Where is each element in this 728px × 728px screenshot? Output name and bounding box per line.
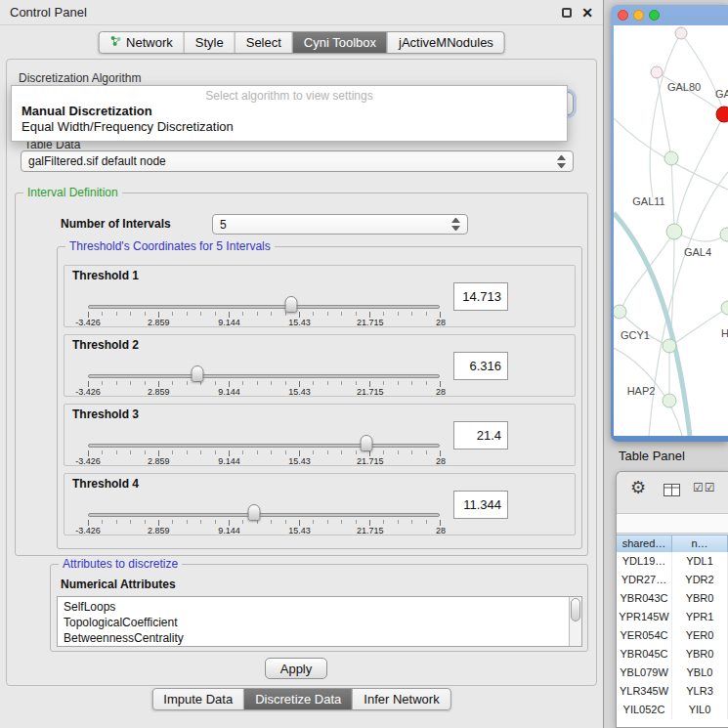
table-row[interactable]: YER054CYER0 <box>617 626 728 645</box>
thresholds-group-title: Threshold's Coordinates for 5 Intervals <box>65 239 275 253</box>
network-node-gcy1[interactable] <box>614 305 626 319</box>
columns-icon[interactable] <box>664 483 680 500</box>
checkbox-icon[interactable]: ☑ <box>705 481 716 494</box>
dropdown-option-manual-discretization[interactable]: Manual Discretization <box>12 104 567 119</box>
numerical-attributes-list[interactable]: SelfLoops TopologicalCoefficient Between… <box>57 596 582 647</box>
number-of-intervals-select[interactable]: 5 <box>212 214 468 235</box>
table-data-select[interactable]: galFiltered.sif default node <box>21 150 574 172</box>
slider-scale-label: 2.859 <box>148 526 170 535</box>
table-row[interactable]: YPR145WYPR1 <box>617 608 728 626</box>
threshold-3-value-field[interactable]: 21.4 <box>453 421 508 450</box>
slider-scale-label: 2.859 <box>148 387 170 397</box>
gear-icon[interactable]: ⚙ <box>630 479 646 496</box>
network-node[interactable] <box>720 228 728 241</box>
network-node-gal80[interactable] <box>651 66 663 78</box>
table-row[interactable]: YBR043CYBR0 <box>617 589 728 608</box>
zoom-traffic-light-icon[interactable] <box>649 10 660 21</box>
slider-scale: -3.4262.8599.14415.4321.71528 <box>88 497 441 535</box>
threshold-2-value-field[interactable]: 6.316 <box>453 352 508 380</box>
table-row[interactable]: YLR345WYLR3 <box>617 682 728 701</box>
dropdown-option-equal-width-frequency[interactable]: Equal Width/Frequency Discretization <box>12 119 567 135</box>
slider-scale-label: -3.426 <box>75 456 101 466</box>
tab-label: Discretize Data <box>255 692 341 707</box>
cyni-toolbox-panel: Discretization Algorithm Select algorith… <box>6 59 597 686</box>
table-row[interactable]: YBR045CYBR0 <box>617 645 728 664</box>
table-row[interactable]: YDL19…YDL1 <box>617 552 728 571</box>
slider-scale-label: 15.43 <box>288 318 311 327</box>
table-rows: YDL19…YDL1YDR27…YDR2YBR043CYBR0YPR145WYP… <box>617 552 728 727</box>
node-label-partial: GA <box>715 88 728 100</box>
slider-scale-label: 21.715 <box>357 387 384 397</box>
threshold-3-slider-thumb[interactable] <box>361 435 373 451</box>
close-traffic-light-icon[interactable] <box>618 10 628 21</box>
scrollbar-thumb[interactable] <box>571 598 580 621</box>
network-node[interactable] <box>675 27 687 39</box>
network-node-gal11[interactable] <box>664 151 678 165</box>
window-controls: ✕ <box>562 6 593 20</box>
network-node-hap2[interactable] <box>663 394 676 407</box>
tab-infer-network[interactable]: Infer Network <box>353 689 450 709</box>
network-node[interactable] <box>663 339 676 353</box>
close-icon[interactable]: ✕ <box>581 6 593 20</box>
threshold-1-value-field[interactable]: 14.713 <box>453 282 508 311</box>
tab-select[interactable]: Select <box>236 32 293 53</box>
node-label-gcy1: GCY1 <box>621 329 650 341</box>
slider-scale-label: 28 <box>436 387 446 397</box>
slider-scale-label: 15.43 <box>288 526 311 535</box>
threshold-1-slider-thumb[interactable] <box>285 296 298 313</box>
network-node[interactable] <box>721 301 728 315</box>
minimize-traffic-light-icon[interactable] <box>633 10 644 21</box>
threshold-4-value-field[interactable]: 11.344 <box>453 491 508 519</box>
list-item-betweennesscentrality[interactable]: BetweennessCentrality <box>58 630 581 646</box>
slider-scale-label: 9.144 <box>218 318 240 327</box>
network-canvas[interactable]: GAL80 GA GAL11 GAL4 GCY1 H HAP2 <box>614 25 728 436</box>
network-window-titlebar <box>611 5 728 25</box>
table-row[interactable]: YBL079WYBL0 <box>617 664 728 682</box>
checkbox-icon[interactable]: ☑ <box>693 481 705 494</box>
table-row[interactable]: YIL052CYIL0 <box>617 701 728 719</box>
threshold-3-slider[interactable]: -3.4262.8599.14415.4321.71528 <box>88 428 441 465</box>
list-item-topologicalcoefficient[interactable]: TopologicalCoefficient <box>58 615 581 630</box>
table-cell: YBR043C <box>617 589 672 608</box>
threshold-4-panel: Threshold 4 -3.4262.8599.14415.4321.7152… <box>64 473 576 535</box>
table-cell: YDR27… <box>617 571 672 589</box>
threshold-4-slider[interactable]: -3.4262.8599.14415.4321.71528 <box>88 497 441 535</box>
algorithm-dropdown-popup: Select algorithm to view settings Manual… <box>11 85 568 142</box>
slider-scale-label: -3.426 <box>75 387 101 397</box>
checkbox-filter-icons[interactable]: ☑☑ <box>693 481 716 494</box>
tab-impute-data[interactable]: Impute Data <box>152 689 244 709</box>
window-title: Control Panel <box>10 5 87 20</box>
table-cell: YBL0 <box>672 664 728 682</box>
threshold-2-slider-thumb[interactable] <box>191 365 203 382</box>
discretization-algorithm-label: Discretization Algorithm <box>19 71 141 85</box>
apply-button[interactable]: Apply <box>265 658 327 679</box>
bottom-tab-bar: Impute Data Discretize Data Infer Networ… <box>151 688 450 710</box>
tab-discretize-data[interactable]: Discretize Data <box>244 689 353 709</box>
slider-scale-label: 28 <box>436 456 446 466</box>
threshold-4-slider-thumb[interactable] <box>247 504 260 521</box>
list-item-selfloops[interactable]: SelfLoops <box>58 599 581 615</box>
network-node-gal4[interactable] <box>666 224 682 239</box>
slider-scale-label: 9.144 <box>218 387 240 397</box>
tab-label: Network <box>126 35 173 50</box>
network-graph: GAL80 GA GAL11 GAL4 GCY1 H HAP2 <box>614 25 728 436</box>
tab-style[interactable]: Style <box>185 32 236 53</box>
tab-jactivemnodules[interactable]: jActiveMNodules <box>388 32 504 53</box>
tab-network[interactable]: Network <box>99 32 185 53</box>
threshold-2-slider[interactable]: -3.4262.8599.14415.4321.71528 <box>88 359 441 396</box>
table-cell: YER054C <box>617 626 672 645</box>
tab-cyni-toolbox[interactable]: Cyni Toolbox <box>293 32 388 53</box>
table-row[interactable]: YDR27…YDR2 <box>617 571 728 589</box>
threshold-1-slider[interactable]: -3.4262.8599.14415.4321.71528 <box>88 289 441 326</box>
slider-scale-label: 21.715 <box>357 456 384 466</box>
attributes-group: Attributes to discretize Numerical Attri… <box>50 564 588 652</box>
table-panel-title: Table Panel <box>619 449 685 463</box>
selected-red-node[interactable] <box>716 107 728 122</box>
title-bar: Control Panel ✕ <box>0 0 603 25</box>
attributes-list-scrollbar[interactable] <box>569 597 581 646</box>
network-icon <box>109 35 121 50</box>
column-header-name[interactable]: n… <box>672 535 728 553</box>
number-of-intervals-label: Number of Intervals <box>61 217 171 231</box>
float-window-icon[interactable] <box>562 8 572 18</box>
column-header-shared-name[interactable]: shared… <box>617 535 672 553</box>
